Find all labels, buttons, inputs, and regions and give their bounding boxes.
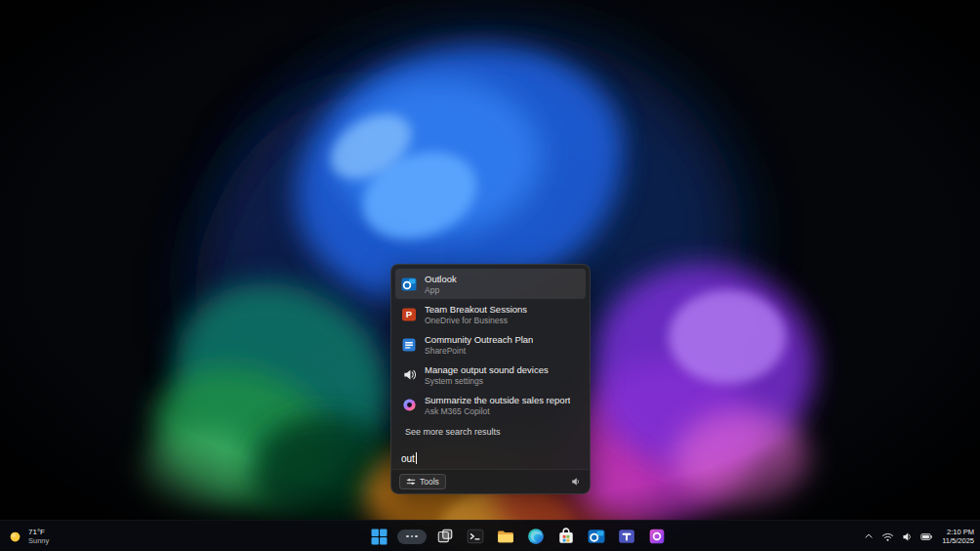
clock-time: 2:10 PM (947, 528, 974, 536)
tools-button[interactable]: Tools (399, 474, 446, 489)
taskbar-app-terminal[interactable] (464, 525, 487, 548)
text-caret (416, 452, 417, 464)
result-title: Summarize the outside sales report (425, 395, 570, 406)
taskbar-app-outlook[interactable] (585, 525, 608, 548)
weather-condition: Sunny (28, 536, 49, 545)
battery-icon[interactable] (920, 530, 933, 543)
taskbar-app-office[interactable] (645, 525, 669, 548)
taskbar-search-box[interactable] (397, 530, 427, 544)
taskbar-app-teams[interactable] (615, 525, 638, 548)
wifi-icon[interactable] (881, 530, 894, 543)
volume-icon[interactable] (901, 530, 914, 543)
search-result-team-breakout[interactable]: P Team Breakout Sessions OneDrive for Bu… (395, 299, 586, 329)
sun-icon (8, 530, 22, 544)
start-button[interactable] (367, 525, 390, 548)
office-icon (648, 528, 666, 545)
see-more-search-results-link[interactable]: See more search results (405, 427, 586, 437)
task-view-icon (436, 528, 454, 545)
taskbar-app-edge[interactable] (524, 525, 548, 548)
result-subtitle: Ask M365 Copilot (425, 406, 570, 416)
outlook-icon (588, 528, 605, 545)
search-flyout: Outlook App P Team Breakout Sessions One… (390, 264, 591, 494)
powerpoint-icon: P (401, 307, 417, 322)
system-tray: 2:10 PM 11/5/2025 (863, 521, 974, 551)
outlook-icon (401, 276, 417, 292)
taskbar-app-file-explorer[interactable] (494, 525, 517, 548)
filters-icon (406, 477, 416, 487)
search-result-community-plan[interactable]: Community Outreach Plan SharePoint (395, 329, 586, 360)
windows-logo-icon (371, 529, 388, 545)
svg-text:P: P (406, 309, 413, 319)
taskbar-app-task-view[interactable] (433, 525, 457, 548)
file-explorer-icon (497, 528, 514, 545)
weather-widget[interactable]: 71°F Sunny (8, 521, 49, 551)
clock-date: 11/5/2025 (942, 536, 974, 545)
search-results-list: Outlook App P Team Breakout Sessions One… (391, 265, 590, 437)
result-subtitle: System settings (425, 376, 549, 386)
result-subtitle: SharePoint (425, 346, 533, 356)
speaker-icon[interactable] (570, 476, 582, 487)
search-input-value: out (401, 453, 415, 464)
search-result-sound-devices[interactable]: Manage output sound devices System setti… (395, 360, 586, 390)
speaker-icon (401, 367, 417, 383)
ellipsis-icon (406, 535, 409, 538)
copilot-icon (401, 398, 417, 413)
taskbar-clock[interactable]: 2:10 PM 11/5/2025 (942, 528, 974, 545)
taskbar: 71°F Sunny (0, 520, 980, 551)
result-subtitle: App (425, 285, 457, 295)
result-title: Manage output sound devices (425, 364, 549, 376)
taskbar-app-store[interactable] (554, 525, 578, 548)
result-title: Outlook (425, 274, 457, 285)
result-title: Team Breakout Sessions (425, 304, 527, 316)
document-icon (401, 337, 417, 353)
weather-temperature: 71°F (28, 528, 49, 536)
search-input[interactable]: out (391, 447, 590, 469)
chevron-up-icon (863, 530, 875, 542)
taskbar-center (367, 521, 669, 551)
store-icon (557, 528, 575, 545)
search-result-copilot[interactable]: Summarize the outside sales report Ask M… (395, 390, 586, 420)
edge-icon (527, 528, 545, 545)
search-flyout-toolbar: Tools (391, 469, 590, 493)
terminal-icon (467, 528, 484, 545)
tools-button-label: Tools (420, 477, 439, 487)
teams-icon (618, 528, 635, 545)
show-hidden-icons-button[interactable] (863, 530, 875, 542)
result-title: Community Outreach Plan (425, 334, 533, 346)
search-result-outlook[interactable]: Outlook App (395, 269, 586, 299)
desktop: Outlook App P Team Breakout Sessions One… (0, 0, 980, 551)
result-subtitle: OneDrive for Business (425, 316, 527, 325)
